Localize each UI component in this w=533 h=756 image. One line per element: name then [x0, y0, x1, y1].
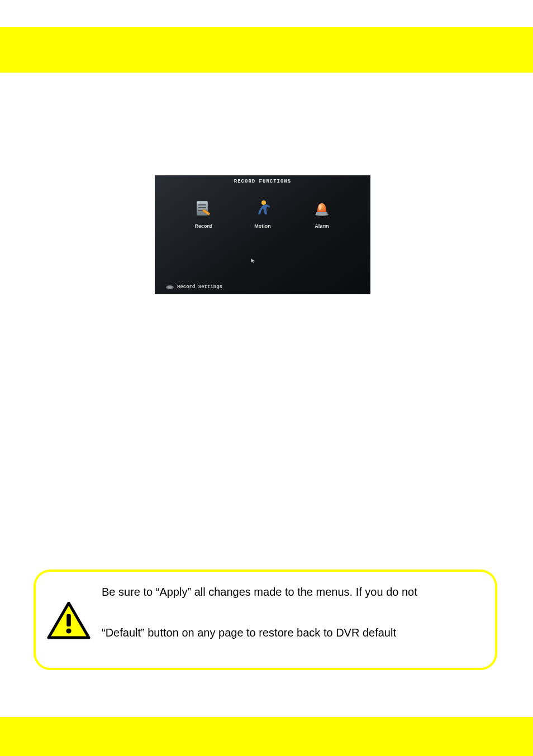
- note-text: Be sure to “Apply” all changes made to t…: [102, 584, 486, 641]
- record-icon: [192, 198, 215, 220]
- dvr-menu-row: Record Motion: [155, 198, 370, 229]
- menu-label-alarm: Alarm: [315, 223, 329, 229]
- header-band: [0, 27, 533, 73]
- footer-band: [0, 717, 533, 756]
- svg-rect-2: [198, 207, 206, 208]
- svg-point-7: [319, 204, 322, 210]
- svg-rect-1: [198, 204, 206, 205]
- dvr-title: RECORD FUNCTIONS: [155, 179, 370, 184]
- menu-item-record[interactable]: Record: [178, 198, 229, 229]
- svg-rect-6: [316, 212, 327, 215]
- motion-icon: [251, 198, 274, 220]
- menu-label-record: Record: [194, 223, 212, 229]
- svg-rect-9: [66, 614, 71, 626]
- warning-icon: [47, 602, 91, 640]
- cursor-icon: [251, 258, 255, 265]
- menu-label-motion: Motion: [254, 223, 271, 229]
- svg-point-4: [261, 200, 266, 205]
- note-box: Be sure to “Apply” all changes made to t…: [34, 570, 497, 670]
- menu-item-motion[interactable]: Motion: [237, 198, 288, 229]
- note-line2: “Default” button on any page to restore …: [102, 625, 486, 641]
- alarm-icon: [311, 198, 333, 220]
- breadcrumb-bullet-icon: [166, 285, 174, 289]
- breadcrumb-text: Record Settings: [177, 284, 222, 290]
- menu-item-alarm[interactable]: Alarm: [297, 198, 347, 229]
- dvr-screenshot: RECORD FUNCTIONS: [155, 175, 370, 294]
- svg-point-10: [66, 628, 71, 633]
- note-line1: Be sure to “Apply” all changes made to t…: [102, 584, 486, 600]
- dvr-breadcrumb: Record Settings: [166, 284, 222, 290]
